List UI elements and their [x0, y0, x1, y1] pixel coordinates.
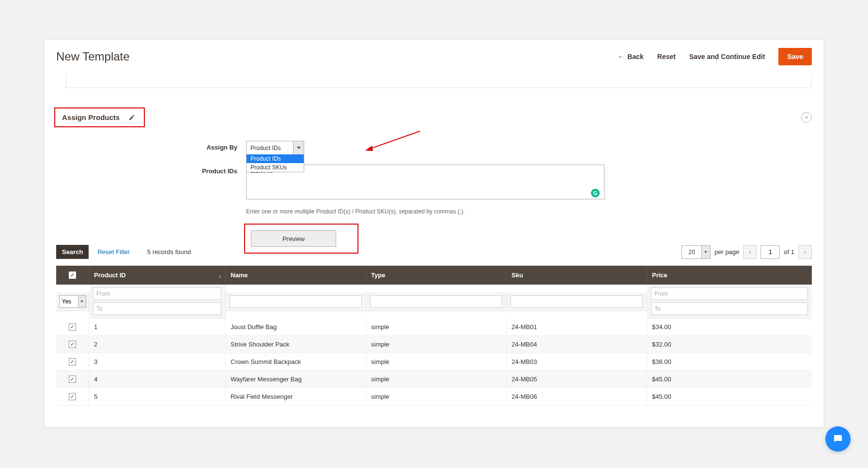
collapse-section-button[interactable]	[801, 112, 812, 123]
option-product-skus[interactable]: Product SKUs	[247, 163, 304, 172]
cell-type: simple	[366, 371, 507, 388]
filter-sku[interactable]	[511, 295, 643, 308]
form-area: Assign By Product IDs Product IDs Produc…	[56, 141, 812, 254]
chevron-down-icon	[293, 141, 304, 154]
pencil-icon	[128, 114, 135, 121]
table-filter-row: Yes	[56, 285, 812, 318]
col-sku[interactable]: Sku	[507, 266, 647, 285]
content-area: Assign Products Assign By Product IDs	[45, 88, 823, 254]
filter-product-id-from[interactable]	[93, 287, 221, 300]
assign-by-label: Assign By	[198, 141, 246, 151]
col-checkbox	[56, 266, 89, 285]
col-product-id[interactable]: Product ID ↓	[89, 266, 226, 285]
cell-name: Crown Summit Backpack	[226, 353, 366, 371]
cell-name: Joust Duffle Bag	[226, 318, 366, 336]
assign-by-row: Assign By Product IDs Product IDs Produc…	[198, 141, 812, 155]
cell-type: simple	[366, 318, 507, 336]
page-title: New Template	[56, 50, 618, 63]
row-checkbox[interactable]	[69, 323, 76, 331]
sort-desc-icon: ↓	[218, 272, 221, 279]
cell-name: Rival Field Messenger	[226, 388, 366, 406]
table-header-row: Product ID ↓ Name Type Sku Price	[56, 266, 812, 285]
filter-price-to[interactable]	[651, 302, 808, 315]
cell-type: simple	[366, 353, 507, 371]
section-title: Assign Products	[62, 113, 120, 121]
product-ids-label: Product IDs	[198, 165, 246, 175]
preview-button[interactable]: Preview	[251, 230, 336, 247]
previous-section-bottom	[66, 74, 812, 88]
col-name[interactable]: Name	[226, 266, 366, 285]
save-continue-button[interactable]: Save and Continue Edit	[689, 53, 765, 60]
cell-sku: 24-MB03	[507, 353, 647, 371]
col-type[interactable]: Type	[366, 266, 507, 285]
back-label: Back	[627, 53, 643, 60]
chevron-down-icon	[78, 295, 86, 308]
cell-type: simple	[366, 336, 507, 353]
page-card: New Template ← Back Reset Save and Conti…	[45, 40, 823, 427]
assign-by-select[interactable]: Product IDs	[246, 141, 304, 155]
assign-products-heading-box: Assign Products	[54, 107, 145, 127]
chat-icon	[832, 433, 844, 445]
cell-price: $45.00	[647, 388, 812, 406]
save-button[interactable]: Save	[778, 48, 812, 65]
cell-price: $38.00	[647, 353, 812, 371]
filter-name[interactable]	[230, 295, 362, 308]
cell-id: 3	[89, 353, 226, 371]
cell-id: 2	[89, 336, 226, 353]
option-product-ids[interactable]: Product IDs	[247, 154, 304, 163]
cell-sku: 24-MB06	[507, 388, 647, 406]
cell-price: $45.00	[647, 371, 812, 388]
table-row: 3 Crown Summit Backpack simple 24-MB03 $…	[56, 353, 812, 371]
grammarly-icon: G	[591, 189, 600, 197]
back-button[interactable]: ← Back	[618, 53, 643, 60]
cell-id: 4	[89, 371, 226, 388]
row-checkbox[interactable]	[69, 376, 76, 383]
filter-checkbox-select[interactable]: Yes	[59, 295, 86, 308]
section-header-row: Assign Products	[56, 107, 812, 127]
cell-name: Strive Shoulder Pack	[226, 336, 366, 353]
table-row: 5 Rival Field Messenger simple 24-MB06 $…	[56, 388, 812, 406]
filter-price-from[interactable]	[651, 287, 808, 300]
cell-type: simple	[366, 388, 507, 406]
chat-launcher-button[interactable]	[825, 426, 851, 452]
assign-by-select-wrap: Product IDs Product IDs Product SKUs	[246, 141, 304, 155]
row-checkbox[interactable]	[69, 358, 76, 365]
cell-id: 5	[89, 388, 226, 406]
table-row: 4 Wayfarer Messenger Bag simple 24-MB05 …	[56, 371, 812, 388]
row-checkbox[interactable]	[69, 393, 76, 400]
table-row: 2 Strive Shoulder Pack simple 24-MB04 $3…	[56, 336, 812, 353]
cell-price: $32.00	[647, 336, 812, 353]
products-table: Product ID ↓ Name Type Sku Price Yes	[56, 266, 812, 406]
cell-id: 1	[89, 318, 226, 336]
cell-name: Wayfarer Messenger Bag	[226, 371, 366, 388]
arrow-left-icon: ←	[618, 53, 624, 60]
help-text: Enter one or more multiple Product ID(s)…	[246, 208, 812, 215]
row-checkbox[interactable]	[69, 341, 76, 348]
cell-sku: 24-MB04	[507, 336, 647, 353]
cell-price: $34.00	[647, 318, 812, 336]
col-price[interactable]: Price	[647, 266, 812, 285]
cell-sku: 24-MB01	[507, 318, 647, 336]
header-actions: ← Back Reset Save and Continue Edit Save	[618, 48, 812, 65]
filter-type[interactable]	[370, 295, 502, 308]
cell-sku: 24-MB05	[507, 371, 647, 388]
table-row: 1 Joust Duffle Bag simple 24-MB01 $34.00	[56, 318, 812, 336]
assign-by-dropdown: Product IDs Product SKUs	[246, 154, 304, 172]
header-bar: New Template ← Back Reset Save and Conti…	[45, 40, 823, 74]
reset-button[interactable]: Reset	[657, 53, 676, 60]
select-all-checkbox[interactable]	[69, 272, 76, 279]
filter-product-id-to[interactable]	[93, 302, 221, 315]
preview-highlight-box: Preview	[244, 224, 358, 254]
assign-by-value: Product IDs	[247, 145, 293, 151]
